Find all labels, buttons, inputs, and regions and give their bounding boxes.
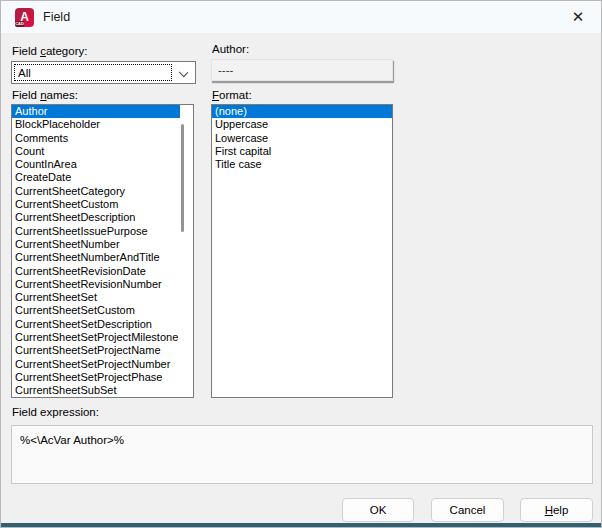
- list-item[interactable]: CurrentSheetSetDescription: [12, 318, 180, 331]
- format-label: Format:: [212, 89, 252, 101]
- author-label: Author:: [212, 43, 249, 55]
- app-icon-cad-tag: CAD: [15, 21, 24, 27]
- titlebar: A CAD Field ✕: [1, 1, 601, 33]
- list-item[interactable]: CreateDate: [12, 171, 180, 184]
- list-item[interactable]: CountInArea: [12, 158, 180, 171]
- field-expression-label: Field expression:: [12, 406, 99, 418]
- list-item[interactable]: Count: [12, 145, 180, 158]
- list-item[interactable]: CurrentSheetDescription: [12, 211, 180, 224]
- list-item[interactable]: CurrentSheetIssuePurpose: [12, 225, 180, 238]
- chevron-down-icon: [179, 68, 188, 77]
- close-button[interactable]: ✕: [555, 1, 601, 33]
- field-names-listbox[interactable]: AuthorBlockPlaceholderCommentsCountCount…: [11, 104, 194, 398]
- list-item[interactable]: CurrentSheetRevisionDate: [12, 265, 180, 278]
- field-category-dropdown[interactable]: All: [11, 61, 196, 84]
- list-item[interactable]: CurrentSheetNumber: [12, 238, 180, 251]
- list-item[interactable]: CurrentSheetRevisionNumber: [12, 278, 180, 291]
- field-expression-box: %<\AcVar Author>%: [11, 425, 593, 484]
- ok-button[interactable]: OK: [342, 498, 414, 522]
- list-item[interactable]: CurrentSheetSubSet: [12, 384, 180, 397]
- list-item[interactable]: CurrentSheetSetProjectNumber: [12, 358, 180, 371]
- list-item[interactable]: CurrentSheetSetCustom: [12, 304, 180, 317]
- field-expression-value: %<\AcVar Author>%: [20, 434, 124, 446]
- window-title: Field: [43, 10, 70, 24]
- list-item[interactable]: First capital: [212, 145, 392, 158]
- field-category-label: Field category:: [12, 45, 87, 57]
- format-listbox[interactable]: (none)UppercaseLowercaseFirst capitalTit…: [211, 104, 393, 398]
- list-item[interactable]: Author: [12, 105, 180, 118]
- list-item[interactable]: CurrentSheetCategory: [12, 185, 180, 198]
- field-names-scrollbar-thumb[interactable]: [181, 124, 184, 232]
- help-button[interactable]: Help: [520, 498, 593, 522]
- list-item[interactable]: Comments: [12, 132, 180, 145]
- field-dialog: A CAD Field ✕ Field category: All Author…: [0, 0, 602, 528]
- list-item[interactable]: CurrentSheetNumberAndTitle: [12, 251, 180, 264]
- list-item[interactable]: CurrentSheetSet: [12, 291, 180, 304]
- cancel-button[interactable]: Cancel: [431, 498, 504, 522]
- list-item[interactable]: (none): [212, 105, 392, 118]
- field-names-label: Field names:: [12, 89, 78, 101]
- list-item[interactable]: CurrentSheetSetProjectMilestone: [12, 331, 180, 344]
- list-item[interactable]: Title case: [212, 158, 392, 171]
- author-value-field: ----: [211, 59, 393, 81]
- list-item[interactable]: Lowercase: [212, 132, 392, 145]
- window-bottom-edge: [1, 523, 601, 527]
- list-item[interactable]: CurrentSheetSetProjectPhase: [12, 371, 180, 384]
- list-item[interactable]: BlockPlaceholder: [12, 118, 180, 131]
- list-item[interactable]: CurrentSheetSetProjectName: [12, 344, 180, 357]
- autocad-app-icon: A CAD: [15, 8, 34, 27]
- list-item[interactable]: CurrentSheetCustom: [12, 198, 180, 211]
- close-icon: ✕: [572, 8, 585, 26]
- field-category-value: All: [14, 64, 172, 81]
- list-item[interactable]: Uppercase: [212, 118, 392, 131]
